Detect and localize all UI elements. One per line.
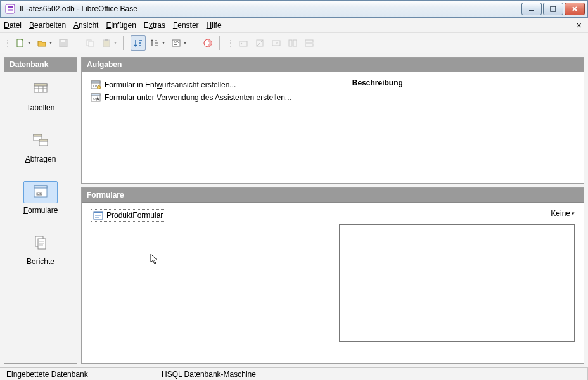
form-item-icon [93, 210, 103, 220]
document-close-icon[interactable]: × [577, 20, 582, 30]
tool-c-button[interactable]: OK [269, 35, 284, 51]
window-title: IL-ates6502.odb - LibreOffice Base [20, 4, 137, 13]
sidebar-item-label: Formulare [23, 206, 58, 215]
svg-rect-46 [94, 212, 103, 213]
menu-file-rest: atei [10, 21, 22, 30]
open-button[interactable] [34, 35, 49, 51]
status-db-engine: HSQL Datenbank-Maschine [155, 368, 588, 380]
menu-file[interactable]: Datei [4, 21, 22, 30]
database-panel: Datenbank Tabellen Abfragen OK Formulare [4, 57, 77, 364]
svg-rect-25 [305, 44, 313, 46]
status-bar: Eingebettete Datenbank HSQL Datenbank-Ma… [0, 367, 588, 380]
main-area: Aufgaben OK Formular in Entwurfsansicht … [81, 57, 584, 364]
form-button[interactable]: OK [169, 35, 184, 51]
task-label: Formular in Entwurfsansicht erstellen... [105, 80, 236, 89]
svg-rect-27 [34, 84, 47, 86]
minimize-button[interactable] [521, 3, 542, 15]
menu-view[interactable]: Ansicht [74, 21, 98, 30]
tool-b-button[interactable] [252, 35, 267, 51]
toolbar: ⋮ ▾ ▾ ▾ ▾ OK ▾ ⋮ OK [0, 33, 588, 53]
forms-section: Formulare ProduktFormular Keine ▾ [81, 187, 584, 364]
svg-point-16 [207, 41, 210, 44]
task-label: Formular unter Verwendung des Assistente… [105, 93, 291, 102]
close-button[interactable] [565, 3, 585, 15]
sidebar-item-label: Abfragen [25, 155, 56, 163]
tool-e-button[interactable] [302, 35, 317, 51]
svg-text:OK: OK [174, 40, 179, 44]
svg-rect-24 [305, 40, 313, 42]
form-item-label: ProduktFormular [106, 211, 163, 220]
open-dropdown-icon[interactable]: ▾ [49, 40, 54, 46]
svg-text:OK: OK [274, 41, 279, 45]
sidebar-item-queries[interactable]: Abfragen [23, 130, 58, 163]
forms-view-label: Keine [551, 209, 570, 218]
form-preview-box [339, 224, 575, 342]
tasks-section: Aufgaben OK Formular in Entwurfsansicht … [81, 57, 584, 184]
save-button[interactable] [56, 35, 71, 51]
forms-icon: OK [23, 181, 58, 203]
new-dropdown-icon[interactable]: ▾ [28, 40, 33, 46]
toolbar-separator [193, 36, 196, 50]
sidebar-item-reports[interactable]: Berichte [23, 232, 58, 266]
new-button[interactable] [13, 35, 28, 51]
sort-dropdown-icon[interactable]: ▾ [162, 40, 167, 46]
svg-rect-7 [61, 40, 65, 42]
sort-desc-button[interactable] [147, 35, 162, 51]
toolbar-separator [123, 36, 127, 50]
svg-rect-22 [289, 40, 292, 46]
database-panel-title: Datenbank [4, 58, 77, 72]
menu-edit[interactable]: Bearbeiten [29, 21, 66, 30]
svg-rect-5 [17, 39, 23, 47]
tasks-section-title: Aufgaben [82, 58, 584, 72]
help-button[interactable] [200, 35, 215, 51]
maximize-button[interactable] [543, 3, 563, 15]
svg-rect-31 [39, 139, 48, 141]
paste-dropdown-icon[interactable]: ▾ [114, 40, 119, 46]
toolbar-grip: ⋮ [227, 39, 234, 48]
form-dropdown-icon[interactable]: ▾ [184, 40, 189, 46]
svg-rect-33 [34, 186, 47, 188]
menu-edit-rest: earbeiten [34, 21, 66, 30]
menu-help[interactable]: Hilfe [207, 21, 222, 30]
forms-view-menu[interactable]: Keine ▾ [551, 209, 575, 218]
svg-rect-17 [240, 41, 247, 46]
svg-text:OK: OK [37, 193, 42, 196]
form-item-produktformular[interactable]: ProduktFormular [91, 209, 165, 222]
tool-a-button[interactable] [236, 35, 251, 51]
menu-extras[interactable]: Extras [144, 21, 165, 30]
status-db-type: Eingebettete Datenbank [0, 368, 155, 380]
title-bar: IL-ates6502.odb - LibreOffice Base [0, 0, 588, 18]
tool-d-button[interactable] [285, 35, 300, 51]
forms-section-title: Formulare [82, 188, 584, 203]
svg-rect-30 [34, 134, 42, 136]
database-items: Tabellen Abfragen OK Formulare Berichte [4, 72, 77, 363]
menu-window[interactable]: Fenster [173, 21, 199, 30]
sidebar-item-forms[interactable]: OK Formulare [23, 181, 58, 215]
cursor-icon [150, 253, 159, 265]
svg-rect-9 [89, 41, 93, 47]
task-create-form-design[interactable]: OK Formular in Entwurfsansicht erstellen… [91, 79, 334, 91]
menu-bar: Datei Bearbeiten Ansicht Einfügen Extras… [0, 18, 588, 33]
svg-rect-11 [105, 39, 108, 41]
copy-button[interactable] [82, 35, 98, 51]
form-wizard-icon: OK [91, 92, 101, 103]
menu-window-rest: enster [177, 21, 198, 30]
queries-icon [23, 130, 58, 152]
sort-asc-button[interactable] [131, 35, 146, 51]
task-create-form-wizard[interactable]: OK Formular unter Verwendung des Assiste… [91, 91, 334, 104]
sidebar-item-label: Tabellen [27, 103, 55, 112]
svg-rect-37 [38, 239, 46, 249]
paste-button[interactable] [99, 35, 114, 51]
description-title: Beschreibung [352, 79, 575, 87]
workspace: Datenbank Tabellen Abfragen OK Formulare [0, 53, 588, 367]
sidebar-item-tables[interactable]: Tabellen [23, 79, 58, 112]
forms-body-wrap: ProduktFormular Keine ▾ [82, 203, 584, 363]
svg-rect-23 [293, 40, 297, 46]
app-icon [4, 3, 16, 15]
tasks-list: OK Formular in Entwurfsansicht erstellen… [82, 72, 343, 183]
svg-point-18 [241, 42, 242, 44]
tasks-description: Beschreibung [343, 72, 584, 183]
reports-icon [23, 232, 58, 255]
menu-insert[interactable]: Einfügen [106, 21, 136, 30]
form-design-icon: OK [91, 80, 101, 90]
